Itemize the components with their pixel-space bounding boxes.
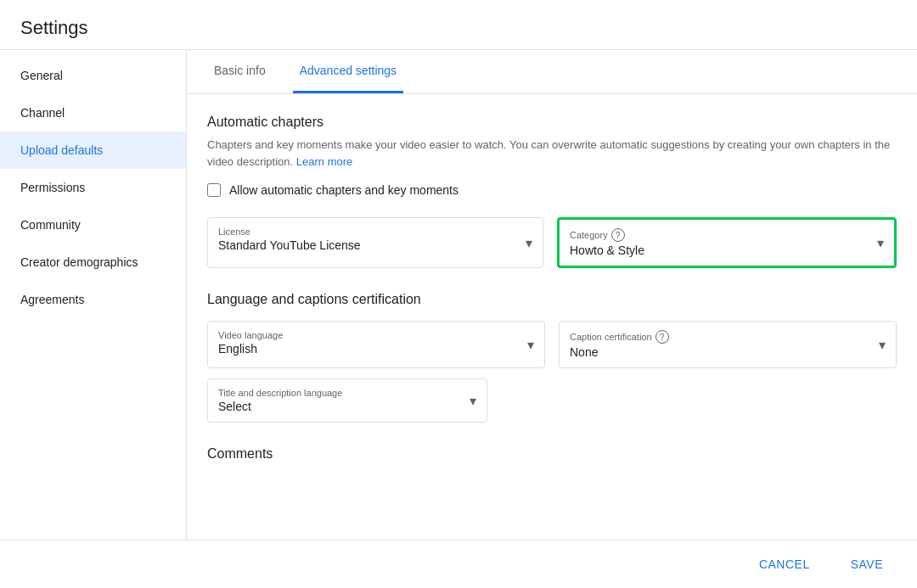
automatic-chapters-checkbox-label: Allow automatic chapters and key moments (229, 183, 458, 197)
video-language-caption-row: Video language English ▾ Caption certifi… (207, 321, 897, 368)
category-label: Category ? (570, 228, 864, 242)
caption-certification-dropdown[interactable]: Caption certification ? None ▾ (559, 321, 897, 368)
language-captions-section: Language and captions certification Vide… (207, 292, 897, 423)
sidebar-item-general[interactable]: General (0, 57, 186, 94)
sidebar-item-creator-demographics[interactable]: Creator demographics (0, 244, 186, 281)
page-title: Settings (20, 17, 897, 39)
title-desc-language-dropdown[interactable]: Title and description language Select ▾ (207, 378, 487, 423)
category-help-icon[interactable]: ? (611, 228, 625, 242)
title-desc-lang-chevron-icon: ▾ (470, 393, 476, 409)
caption-cert-chevron-icon: ▾ (879, 337, 886, 353)
tab-advanced-settings[interactable]: Advanced settings (293, 50, 403, 93)
automatic-chapters-checkbox-row: Allow automatic chapters and key moments (207, 183, 897, 197)
category-chevron-icon: ▾ (877, 235, 884, 251)
content-body: Automatic chapters Chapters and key mome… (187, 94, 917, 540)
automatic-chapters-title: Automatic chapters (207, 115, 897, 130)
video-language-chevron-icon: ▾ (527, 337, 534, 353)
title-desc-lang-row: Title and description language Select ▾ (207, 378, 897, 423)
sidebar-item-permissions[interactable]: Permissions (0, 169, 186, 206)
category-dropdown[interactable]: Category ? Howto & Style ▾ (557, 217, 897, 268)
comments-section: Comments (207, 446, 897, 462)
content-area: Basic info Advanced settings Automatic c… (187, 50, 917, 540)
automatic-chapters-checkbox[interactable] (207, 183, 221, 197)
comments-title: Comments (207, 446, 897, 462)
main-layout: General Channel Upload defaults Permissi… (0, 50, 917, 540)
header: Settings (0, 0, 917, 50)
caption-cert-help-icon[interactable]: ? (655, 330, 669, 344)
footer: CANCEL SAVE (0, 540, 917, 588)
category-value: Howto & Style (570, 244, 864, 257)
license-label: License (218, 227, 512, 237)
video-language-label: Video language (218, 330, 514, 340)
license-category-row: License Standard YouTube License ▾ Categ… (207, 217, 897, 268)
cancel-button[interactable]: CANCEL (745, 551, 824, 578)
automatic-chapters-section: Automatic chapters Chapters and key mome… (207, 115, 897, 197)
learn-more-link[interactable]: Learn more (296, 155, 352, 168)
language-captions-title: Language and captions certification (207, 292, 897, 307)
tab-basic-info[interactable]: Basic info (207, 50, 273, 93)
video-language-value: English (218, 342, 514, 356)
license-chevron-icon: ▾ (526, 235, 532, 251)
automatic-chapters-desc: Chapters and key moments make your video… (207, 137, 897, 170)
caption-cert-value: None (570, 345, 865, 359)
caption-cert-label: Caption certification ? (570, 330, 865, 344)
license-dropdown[interactable]: License Standard YouTube License ▾ (207, 217, 543, 268)
sidebar-item-upload-defaults[interactable]: Upload defaults (0, 132, 186, 169)
sidebar-item-community[interactable]: Community (0, 206, 186, 244)
title-desc-lang-label: Title and description language (218, 388, 456, 398)
sidebar: General Channel Upload defaults Permissi… (0, 50, 187, 540)
license-value: Standard YouTube License (218, 238, 512, 252)
sidebar-item-channel[interactable]: Channel (0, 94, 186, 132)
sidebar-item-agreements[interactable]: Agreements (0, 281, 186, 318)
title-desc-lang-value: Select (218, 400, 456, 413)
video-language-dropdown[interactable]: Video language English ▾ (207, 321, 545, 368)
tabs: Basic info Advanced settings (187, 50, 917, 94)
save-button[interactable]: SAVE (837, 551, 897, 578)
